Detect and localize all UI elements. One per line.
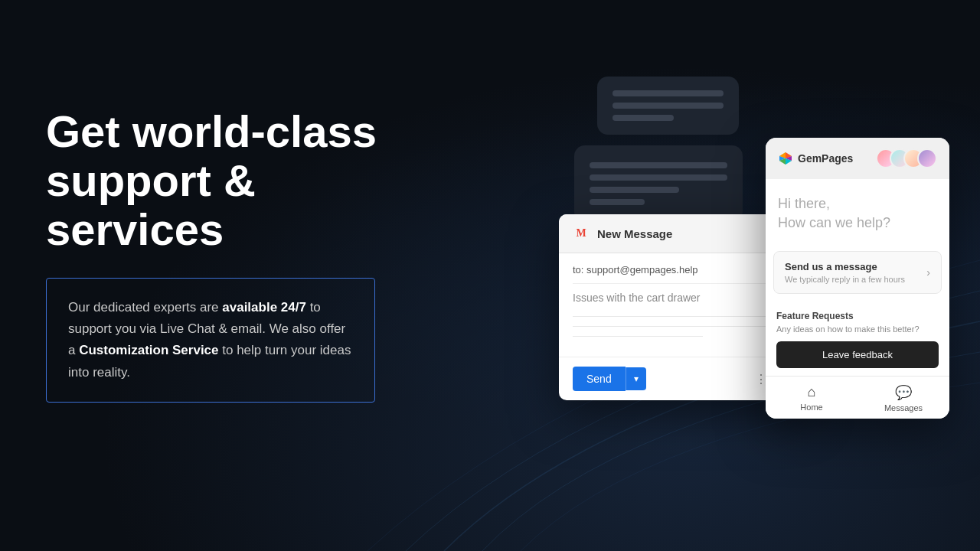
widget-header: GemPages	[766, 138, 949, 179]
gempages-brand-name: GemPages	[798, 152, 853, 165]
send-message-subtitle: We typically reply in a few hours	[785, 275, 905, 284]
widget-greeting: Hi there, How can we help?	[766, 179, 949, 245]
send-message-arrow: ›	[926, 266, 930, 279]
chat-bubble-2	[574, 145, 743, 222]
send-dropdown-button[interactable]: ▾	[626, 367, 646, 390]
email-to-field: to: support@gempages.help	[573, 264, 790, 284]
home-label: Home	[800, 403, 822, 412]
email-subject: Issues with the cart drawer	[573, 292, 790, 304]
avatar-group	[876, 148, 937, 168]
bubble-line	[590, 162, 727, 168]
email-line-row	[573, 336, 703, 337]
description-box: Our dedicated experts are available 24/7…	[46, 278, 375, 402]
bubble-line	[590, 187, 679, 193]
widget-actions: Send us a message We typically reply in …	[766, 245, 949, 303]
widget-navigation: ⌂ Home 💬 Messages	[766, 376, 949, 419]
feature-section: Feature Requests Any ideas on how to mak…	[766, 303, 949, 376]
chat-widget: GemPages Hi there, How can we help? Send…	[766, 138, 949, 419]
send-message-content: Send us a message We typically reply in …	[785, 261, 905, 284]
description-text: Our dedicated experts are available 24/7…	[68, 297, 353, 383]
bubble-line	[612, 115, 674, 121]
gempages-logo: GemPages	[778, 151, 853, 166]
send-message-title: Send us a message	[785, 261, 905, 272]
avatar-4	[917, 148, 937, 168]
email-line-row	[573, 326, 790, 327]
feature-requests-subtitle: Any ideas on how to make this better?	[776, 324, 939, 334]
email-lines	[573, 316, 790, 337]
right-section: M New Message to: support@gempages.help …	[551, 61, 949, 497]
leave-feedback-button[interactable]: Leave feedback	[776, 341, 939, 368]
chat-bubble-1	[597, 77, 739, 135]
greeting-text: Hi there, How can we help?	[778, 194, 937, 233]
email-title: New Message	[597, 227, 672, 240]
send-button-group[interactable]: Send ▾	[573, 367, 646, 391]
left-section: Get world-class support & services Our d…	[46, 107, 444, 403]
bubble-line	[612, 90, 724, 96]
bubble-line	[612, 103, 724, 109]
send-button[interactable]: Send	[573, 367, 626, 391]
email-line-row	[573, 316, 790, 317]
home-icon: ⌂	[808, 384, 816, 400]
messages-label: Messages	[884, 403, 923, 412]
send-message-card[interactable]: Send us a message We typically reply in …	[773, 251, 942, 294]
feature-requests-title: Feature Requests	[776, 311, 939, 321]
nav-messages-item[interactable]: 💬 Messages	[858, 377, 949, 419]
bubble-line	[590, 199, 645, 205]
messages-icon: 💬	[895, 384, 912, 401]
main-heading: Get world-class support & services	[46, 107, 444, 253]
gmail-icon: M	[573, 225, 590, 242]
nav-home-item[interactable]: ⌂ Home	[766, 377, 858, 419]
gempages-gem-icon	[778, 151, 793, 166]
bubble-line	[590, 174, 727, 181]
